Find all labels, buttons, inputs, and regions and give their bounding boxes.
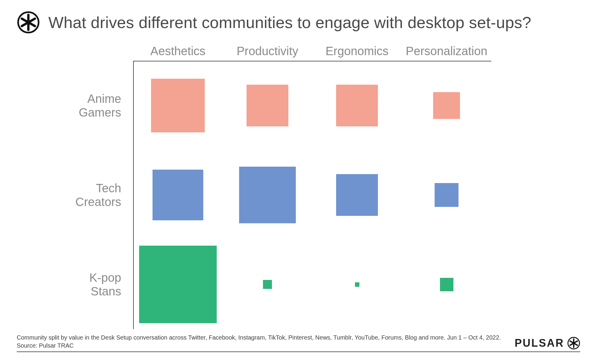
row-label: Anime Gamers [79,92,133,119]
column-header: Personalization [406,44,487,61]
data-square [239,167,296,223]
axis-top [133,61,491,61]
chart-cell [223,240,312,329]
column-header: Productivity [237,44,298,61]
chart-cell [402,150,491,240]
header: What drives different communities to eng… [17,11,580,34]
chart-cell [402,61,491,150]
chart-cell [402,240,491,329]
chart-cell [312,150,402,240]
data-square [139,246,217,323]
data-square [336,85,378,126]
data-square [355,282,359,287]
column-header: Ergonomics [325,44,388,61]
chart-cell [223,150,312,240]
brand-logo: PULSAR [515,337,580,350]
chart-cell [223,61,312,150]
asterisk-icon [567,337,580,350]
data-square [435,183,458,207]
column-header: Aesthetics [150,44,206,61]
data-square [440,278,453,291]
chart-cell [312,61,402,150]
chart-cell [133,150,223,240]
data-square [336,174,378,216]
chart-cell [133,61,223,150]
chart: AestheticsProductivityErgonomicsPersonal… [17,37,580,329]
row-label: Tech Creators [76,181,133,209]
data-square [263,280,272,289]
data-square [247,85,288,126]
asterisk-icon [17,11,40,34]
row-label: K-pop Stans [89,271,133,298]
footer: Community split by value in the Desk Set… [17,334,580,352]
chart-cell [133,240,223,329]
brand-name: PULSAR [515,337,564,349]
footer-caption: Community split by value in the Desk Set… [17,334,501,350]
data-square [151,79,205,132]
chart-cell [312,240,402,329]
axis-left [133,61,134,329]
page-title: What drives different communities to eng… [48,13,531,32]
data-square [153,170,203,220]
data-square [433,92,460,119]
